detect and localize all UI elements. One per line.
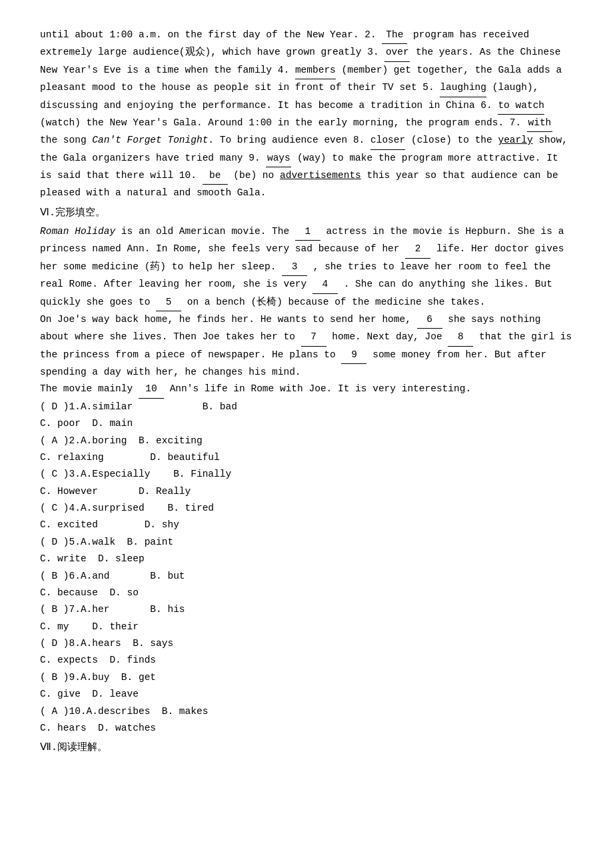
mcq-3-row2: C. However D. Really <box>40 483 573 500</box>
mcq-item-7: ( B )7.A.her B. his C. my D. their <box>40 601 573 635</box>
mcq-6-row2: C. because D. so <box>40 585 573 601</box>
blank-8: closer <box>370 132 405 149</box>
mcq-10-row1: ( A )10.A.describes B. makes <box>40 703 573 720</box>
mcq-9-row2: C. give D. leave <box>40 686 573 703</box>
roman-holiday-para3: The movie mainly 10 Ann's life in Rome w… <box>40 381 573 398</box>
fill-blank-10: 10 <box>139 381 164 398</box>
yearly-word: yearly <box>498 135 532 145</box>
mcq-2-row2: C. relaxing D. beautiful <box>40 449 573 466</box>
mcq-item-3: ( C )3.A.Especially B. Finally C. Howeve… <box>40 466 573 500</box>
text-p1g: the song <box>40 135 92 145</box>
mcq-4-row1: ( C )4.A.surprised B. tired <box>40 500 573 517</box>
rh2-text-c: home. Next day, Joe <box>332 331 448 342</box>
mcq-container: ( D )1.A.similar B. bad C. poor D. main … <box>40 399 573 737</box>
text-p1a: until about 1:00 a.m. on the first day o… <box>40 29 376 40</box>
mcq-3-row1: ( C )3.A.Especially B. Finally <box>40 466 573 483</box>
rh3-text-b: Ann's life in Rome with Joe. It is very … <box>170 383 471 394</box>
rh2-text-a: On Joe's way back home, he finds her. He… <box>40 314 417 325</box>
main-content: until about 1:00 a.m. on the first day o… <box>40 27 573 757</box>
blank-10: be <box>203 167 228 185</box>
fill-blank-3: 3 <box>282 259 307 276</box>
rh-text-a: is an old American movie. The <box>121 226 295 237</box>
text-p1f: (watch) the New Year's Gala. Around 1:00… <box>40 117 521 128</box>
section-6-heading: Ⅵ.完形填空。 <box>40 205 573 222</box>
blank-5: laughing <box>440 79 486 97</box>
mcq-6-row1: ( B )6.A.and B. but <box>40 568 573 585</box>
fill-blank-7: 7 <box>301 329 326 346</box>
mcq-7-row1: ( B )7.A.her B. his <box>40 601 573 618</box>
mcq-item-1: ( D )1.A.similar B. bad C. poor D. main <box>40 399 573 433</box>
rh-text-f: on a bench (长椅) because of the medicine … <box>187 297 486 307</box>
fill-blank-6: 6 <box>417 311 442 329</box>
advertisements-word: advertisements <box>280 170 361 181</box>
roman-holiday-title: Roman Holiday <box>40 226 115 237</box>
blank-4: members <box>295 62 336 79</box>
rh3-text-a: The movie mainly <box>40 383 139 394</box>
mcq-1-row2: C. poor D. main <box>40 415 573 432</box>
mcq-10-row2: C. hears D. watches <box>40 720 573 737</box>
fill-blank-4: 4 <box>312 276 338 293</box>
text-period: . To bring audience even 8. <box>208 135 364 145</box>
fill-blank-1: 1 <box>295 223 320 241</box>
mcq-8-row1: ( D )8.A.hears B. says <box>40 635 573 652</box>
roman-holiday-para2: On Joe's way back home, he finds her. He… <box>40 311 573 381</box>
blank-6: to watch <box>498 97 544 115</box>
song-title: Can't Forget Tonight <box>92 135 208 145</box>
text-p1i: (close) to the <box>411 135 498 145</box>
mcq-2-row1: ( A )2.A.boring B. exciting <box>40 433 573 449</box>
blank-9: ways <box>266 150 291 167</box>
fill-blank-2: 2 <box>405 241 430 258</box>
mcq-item-9: ( B )9​.A.buy B. get C. give D. leave <box>40 669 573 703</box>
fill-blank-8: 8 <box>448 329 473 346</box>
mcq-item-2: ( A )2.A.boring B. exciting C. relaxing … <box>40 433 573 467</box>
fill-blank-5: 5 <box>156 294 181 311</box>
section-7-heading: Ⅶ.阅读理解。 <box>40 739 573 757</box>
mcq-8-row2: C. expects D. finds <box>40 652 573 669</box>
mcq-4-row2: C. excited D. shy <box>40 517 573 533</box>
mcq-item-5: ( D )5.A.walk B. paint C. write D. sleep <box>40 534 573 568</box>
mcq-1-row1: ( D )1.A.similar B. bad <box>40 399 573 415</box>
mcq-item-10: ( A )10.A.describes B. makes C. hears D.… <box>40 703 573 737</box>
mcq-5-row2: C. write D. sleep <box>40 551 573 567</box>
fill-blank-9: 9 <box>341 347 366 364</box>
mcq-9-row1: ( B )9​.A.buy B. get <box>40 669 573 686</box>
mcq-item-4: ( C )4.A.surprised B. tired C. excited D… <box>40 500 573 534</box>
mcq-7-row2: C. my D. their <box>40 619 573 635</box>
mcq-item-6: ( B )6.A.and B. but C. because D. so <box>40 568 573 602</box>
mcq-item-8: ( D )8.A.hears B. says C. expects D. fin… <box>40 635 573 669</box>
text-p1l: (be) no <box>233 170 280 181</box>
roman-holiday-para: Roman Holiday is an old American movie. … <box>40 223 573 311</box>
blank-3: over <box>384 44 410 61</box>
blank-2: The <box>382 27 407 44</box>
blank-7: with <box>527 115 552 132</box>
paragraph-1: until about 1:00 a.m. on the first day o… <box>40 27 573 202</box>
mcq-5-row1: ( D )5.A.walk B. paint <box>40 534 573 551</box>
